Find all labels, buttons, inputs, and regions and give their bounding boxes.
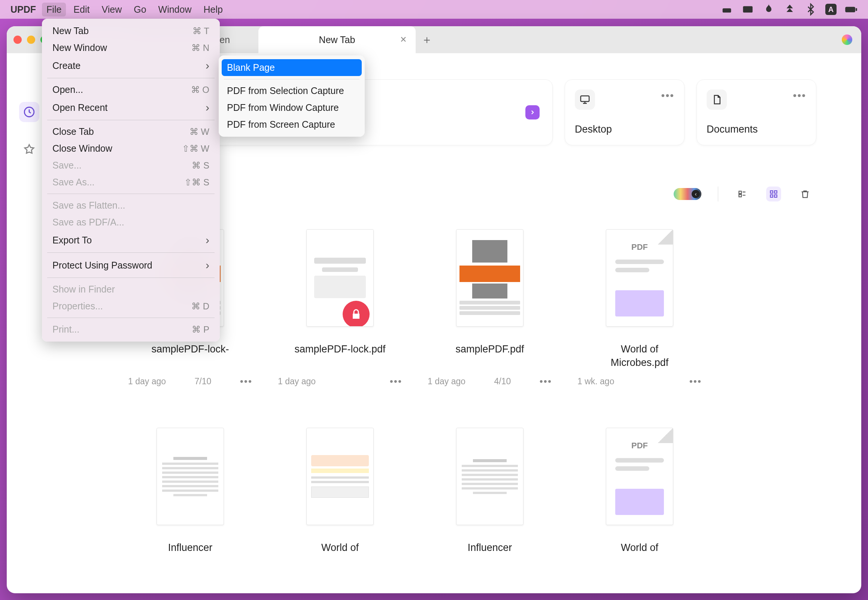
menu-separator bbox=[47, 120, 215, 120]
menu-save-as: Save As...⇧⌘ S bbox=[42, 174, 220, 191]
card-more-icon[interactable]: ••• bbox=[793, 89, 806, 110]
submenu-selection-capture[interactable]: PDF from Selection Capture bbox=[219, 82, 365, 99]
file-card[interactable]: World of bbox=[265, 415, 415, 593]
menu-properties: Properties...⌘ D bbox=[42, 298, 220, 315]
submenu-blank-page[interactable]: Blank Page bbox=[222, 59, 362, 76]
file-name: Influencer bbox=[468, 541, 512, 554]
menu-create[interactable]: Create bbox=[42, 56, 220, 75]
menu-view[interactable]: View bbox=[97, 3, 126, 17]
grid-view-button[interactable] bbox=[766, 186, 781, 202]
add-tab-button[interactable]: ＋ bbox=[416, 26, 438, 53]
svg-rect-2 bbox=[845, 7, 855, 12]
submenu-screen-capture[interactable]: PDF from Screen Capture bbox=[219, 116, 365, 133]
documents-label: Documents bbox=[706, 124, 806, 135]
svg-rect-5 bbox=[581, 96, 590, 102]
content-area: ••• Desktop ••• Documents By: Newest Fir… bbox=[115, 79, 816, 593]
bluetooth-icon[interactable] bbox=[804, 3, 817, 16]
file-name: samplePDF-lock.pdf bbox=[294, 342, 385, 356]
file-name: samplePDF-lock- bbox=[151, 342, 229, 356]
submenu-window-capture[interactable]: PDF from Window Capture bbox=[219, 99, 365, 116]
color-filter-toggle[interactable]: ‹ bbox=[674, 188, 702, 200]
chevron-right-icon bbox=[525, 105, 540, 120]
menu-close-window[interactable]: Close Window⇧⌘ W bbox=[42, 140, 220, 157]
menu-file[interactable]: File bbox=[42, 3, 66, 17]
menu-export-to[interactable]: Export To bbox=[42, 231, 220, 250]
list-toolbar: By: Newest First ‹ bbox=[115, 186, 816, 202]
desktop-label: Desktop bbox=[575, 124, 674, 135]
menu-show-finder: Show in Finder bbox=[42, 281, 220, 298]
menu-open[interactable]: Open...⌘ O bbox=[42, 81, 220, 98]
file-time: 1 wk. ago bbox=[578, 376, 614, 386]
macos-menubar: UPDF File Edit View Go Window Help A bbox=[0, 0, 868, 19]
menu-go[interactable]: Go bbox=[129, 3, 151, 17]
menu-protect-password[interactable]: Protect Using Password bbox=[42, 256, 220, 274]
list-view-button[interactable] bbox=[735, 186, 750, 202]
tray-icon-2[interactable] bbox=[741, 3, 754, 16]
minimize-window-button[interactable] bbox=[27, 36, 35, 44]
file-more-icon[interactable]: ••• bbox=[240, 376, 253, 387]
close-tab-icon[interactable]: ✕ bbox=[400, 35, 407, 45]
file-card[interactable]: Influencer bbox=[415, 415, 565, 593]
menu-help[interactable]: Help bbox=[199, 3, 227, 17]
menu-window[interactable]: Window bbox=[154, 3, 196, 17]
tab-new-tab[interactable]: New Tab ✕ bbox=[259, 26, 416, 53]
file-thumbnail bbox=[306, 229, 374, 327]
file-card[interactable]: Influencer bbox=[115, 415, 265, 593]
menu-open-recent[interactable]: Open Recent bbox=[42, 98, 220, 117]
file-progress: 4/10 bbox=[494, 376, 511, 386]
file-time: 1 day ago bbox=[428, 376, 466, 386]
battery-icon[interactable] bbox=[845, 3, 857, 16]
card-more-icon[interactable]: ••• bbox=[661, 89, 674, 110]
file-card[interactable]: PDF World of Microbes.pdf 1 wk. ago ••• bbox=[565, 217, 714, 400]
svg-rect-9 bbox=[774, 191, 777, 193]
recent-rail-button[interactable] bbox=[19, 102, 39, 122]
file-time: 1 day ago bbox=[128, 376, 166, 386]
file-name: Influencer bbox=[168, 541, 213, 554]
lock-icon bbox=[343, 301, 370, 327]
file-thumbnail bbox=[157, 428, 224, 525]
file-card[interactable]: samplePDF.pdf 1 day ago 4/10 ••• bbox=[415, 217, 565, 400]
documents-card[interactable]: ••• Documents bbox=[697, 79, 816, 145]
svg-rect-10 bbox=[770, 195, 773, 197]
desktop-icon bbox=[575, 89, 595, 110]
file-name: World of bbox=[621, 541, 658, 554]
menu-new-window[interactable]: New Window⌘ N bbox=[42, 39, 220, 56]
menu-close-tab[interactable]: Close Tab⌘ W bbox=[42, 123, 220, 140]
file-more-icon[interactable]: ••• bbox=[390, 376, 402, 387]
svg-rect-7 bbox=[739, 194, 741, 197]
keyboard-input-icon[interactable]: A bbox=[825, 4, 836, 15]
file-time: 1 day ago bbox=[278, 376, 316, 386]
file-card[interactable]: PDF World of bbox=[565, 415, 714, 593]
trash-button[interactable] bbox=[798, 186, 813, 202]
submenu-separator bbox=[224, 79, 360, 79]
file-thumbnail: PDF bbox=[606, 229, 673, 327]
tray-flame-icon[interactable] bbox=[762, 3, 775, 16]
file-more-icon[interactable]: ••• bbox=[690, 376, 702, 387]
file-menu-dropdown: New Tab⌘ T New Window⌘ N Create Open...⌘… bbox=[42, 19, 220, 342]
menu-save-flatten: Save as Flatten... bbox=[42, 197, 220, 214]
menu-edit[interactable]: Edit bbox=[69, 3, 94, 17]
svg-rect-6 bbox=[739, 191, 741, 194]
tray-leaf-icon[interactable] bbox=[783, 3, 796, 16]
file-thumbnail bbox=[456, 428, 523, 525]
file-more-icon[interactable]: ••• bbox=[540, 376, 552, 387]
create-submenu: Blank Page PDF from Selection Capture PD… bbox=[219, 55, 365, 137]
app-name: UPDF bbox=[11, 4, 36, 15]
menu-separator bbox=[47, 78, 215, 78]
menu-separator bbox=[47, 318, 215, 318]
desktop-card[interactable]: ••• Desktop bbox=[565, 79, 685, 145]
favorites-rail-button[interactable] bbox=[19, 139, 39, 159]
tab-label: New Tab bbox=[319, 35, 355, 45]
menu-separator bbox=[47, 194, 215, 194]
file-name: samplePDF.pdf bbox=[455, 342, 524, 356]
app-logo-icon bbox=[842, 35, 852, 45]
menu-new-tab[interactable]: New Tab⌘ T bbox=[42, 23, 220, 39]
svg-rect-8 bbox=[770, 191, 773, 193]
close-window-button[interactable] bbox=[14, 36, 22, 44]
file-grid: samplePDF-lock- 1 day ago 7/10 ••• sampl… bbox=[115, 217, 816, 593]
documents-icon bbox=[706, 89, 727, 110]
menu-save: Save...⌘ S bbox=[42, 157, 220, 174]
file-card[interactable]: samplePDF-lock.pdf 1 day ago ••• bbox=[265, 217, 415, 400]
tray-icon-1[interactable] bbox=[720, 3, 733, 16]
svg-rect-11 bbox=[774, 195, 777, 197]
